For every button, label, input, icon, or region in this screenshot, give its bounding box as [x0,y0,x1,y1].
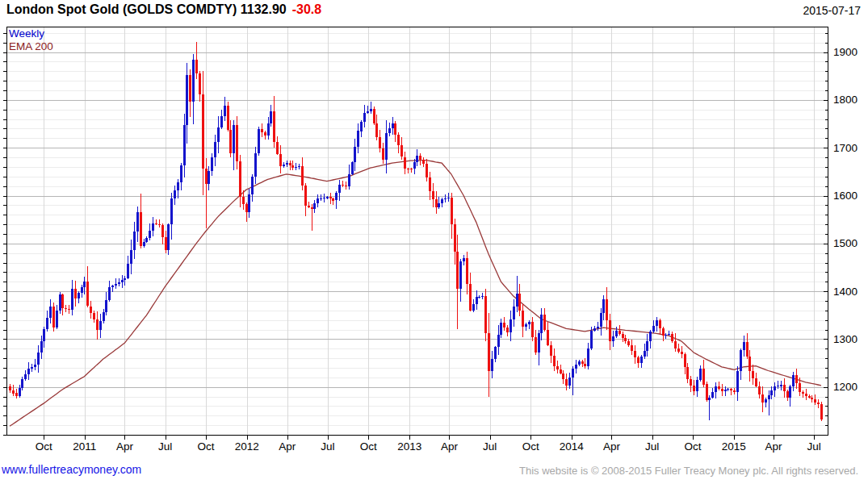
svg-text:1600: 1600 [833,190,858,202]
svg-text:Oct: Oct [684,440,701,453]
legend-frequency: Weekly [9,27,44,40]
svg-text:2013: 2013 [397,440,421,453]
website-link[interactable]: www.fullertreacymoney.com [2,463,141,476]
svg-text:1400: 1400 [833,286,858,298]
svg-text:Apr: Apr [441,440,459,453]
svg-text:1700: 1700 [833,142,858,154]
svg-text:Jul: Jul [158,440,172,453]
svg-text:1300: 1300 [833,333,858,345]
svg-text:1900: 1900 [833,46,858,58]
svg-text:1800: 1800 [833,94,858,106]
svg-text:Jul: Jul [807,440,821,453]
legend-ema-200: EMA 200 [9,40,53,52]
svg-text:Apr: Apr [116,440,134,453]
svg-text:Oct: Oct [36,440,52,453]
svg-text:Apr: Apr [603,440,621,453]
svg-text:1200: 1200 [833,381,858,393]
price-chart: 19001800170016001500140013001200Oct2011A… [0,0,868,461]
svg-text:Jul: Jul [483,440,497,453]
svg-text:Oct: Oct [360,440,377,453]
svg-text:Jul: Jul [645,440,659,453]
svg-text:1500: 1500 [833,237,858,249]
svg-text:2011: 2011 [73,440,96,453]
svg-text:Oct: Oct [522,440,539,453]
svg-text:2012: 2012 [235,440,259,453]
svg-text:2014: 2014 [560,440,585,453]
svg-text:Jul: Jul [321,440,334,453]
svg-text:Apr: Apr [765,440,783,453]
svg-text:Oct: Oct [197,440,214,453]
svg-text:Apr: Apr [279,440,296,453]
svg-text:2015: 2015 [722,440,746,453]
copyright-notice: This website is © 2008-2015 Fuller Treac… [519,465,858,477]
